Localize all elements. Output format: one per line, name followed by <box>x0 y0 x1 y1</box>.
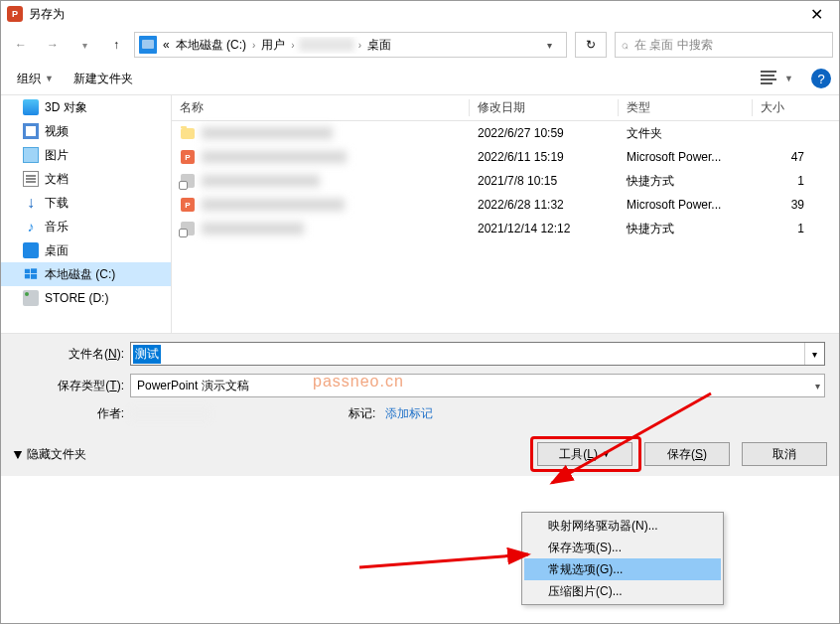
filetype-label: 保存类型(T): <box>15 378 130 394</box>
pptx-icon: P <box>180 149 196 165</box>
button-row: ⯆ 隐藏文件夹 工具(L) ▼ 保存(S) 取消 <box>1 436 839 476</box>
svg-line-5 <box>359 554 528 567</box>
author-value-redacted[interactable] <box>130 407 210 421</box>
file-row[interactable]: 2022/6/27 10:59文件夹 <box>172 121 839 145</box>
meta-row: 作者: 标记: 添加标记 <box>15 405 825 422</box>
tags-value[interactable]: 添加标记 <box>381 405 437 422</box>
file-date: 2021/12/14 12:12 <box>470 222 619 235</box>
svg-rect-1 <box>31 268 37 273</box>
save-panel: 文件名(N): 测试 ▾ 保存类型(T): PowerPoint 演示文稿 ▾ … <box>1 334 839 436</box>
nav-up[interactable]: ↑ <box>102 31 130 59</box>
mi-music-icon: ♪ <box>23 219 39 234</box>
sidebar-item-label: 文档 <box>45 171 69 188</box>
close-button[interactable]: ✕ <box>800 3 833 26</box>
mi-win-icon <box>23 266 39 282</box>
file-size: 1 <box>753 222 812 235</box>
file-name-redacted <box>202 151 347 163</box>
file-name-redacted <box>202 127 333 139</box>
file-row[interactable]: P2022/6/28 11:32Microsoft Power...39 <box>172 193 839 217</box>
breadcrumb[interactable]: « 本地磁盘 (C:) › 用户 › › 桌面 <box>157 37 537 54</box>
search-input[interactable]: ⌕ 在 桌面 中搜索 <box>615 32 833 58</box>
tags-label: 标记: <box>349 405 381 422</box>
sidebar-item[interactable]: STORE (D:) <box>1 286 171 310</box>
svg-rect-0 <box>25 269 30 273</box>
mi-drive-icon <box>23 290 39 306</box>
filename-label: 文件名(N): <box>15 346 130 363</box>
file-row[interactable]: 2021/12/14 12:12快捷方式1 <box>172 217 839 240</box>
filename-history-dropdown[interactable]: ▾ <box>804 343 824 365</box>
column-size[interactable]: 大小 <box>753 99 812 116</box>
shortcut-icon <box>180 173 196 189</box>
file-type: 文件夹 <box>619 125 753 142</box>
sidebar-item[interactable]: ♪音乐 <box>1 215 171 238</box>
help-button[interactable]: ? <box>811 69 831 88</box>
file-name-redacted <box>202 175 320 187</box>
title-bar: P 另存为 ✕ <box>1 1 839 27</box>
file-row[interactable]: P2022/6/11 15:19Microsoft Power...47 <box>172 145 839 169</box>
annotation-arrow <box>354 543 543 572</box>
nav-bar: ← → ▾ ↑ « 本地磁盘 (C:) › 用户 › › 桌面 ▾ ↻ ⌕ 在 … <box>1 27 839 63</box>
tools-dropdown-menu: 映射网络驱动器(N)...保存选项(S)...常规选项(G)...压缩图片(C)… <box>521 512 724 605</box>
tools-button[interactable]: 工具(L) ▼ <box>537 442 632 466</box>
address-dropdown[interactable]: ▾ <box>537 40 562 51</box>
chevron-right-icon: › <box>289 40 296 51</box>
chevron-down-icon: ▼ <box>784 74 793 83</box>
file-size: 47 <box>753 150 812 164</box>
menu-item[interactable]: 保存选项(S)... <box>524 537 721 558</box>
mi-pic-icon <box>23 147 39 163</box>
sidebar-item[interactable]: 本地磁盘 (C:) <box>1 262 171 286</box>
file-type: Microsoft Power... <box>619 198 753 212</box>
sidebar-item[interactable]: 图片 <box>1 143 171 167</box>
list-icon <box>761 71 780 86</box>
chevron-right-icon: › <box>356 40 363 51</box>
hide-folders-toggle[interactable]: ⯆ 隐藏文件夹 <box>13 446 525 463</box>
file-name-redacted <box>202 223 304 234</box>
column-name[interactable]: 名称 <box>172 99 470 116</box>
sidebar-item[interactable]: 桌面 <box>1 238 171 262</box>
sidebar-item[interactable]: ↓下载 <box>1 191 171 215</box>
chevron-right-icon: › <box>250 40 257 51</box>
filetype-combo[interactable]: PowerPoint 演示文稿 ▾ <box>130 374 825 397</box>
sidebar-item-label: 本地磁盘 (C:) <box>45 266 115 283</box>
filename-input[interactable]: 测试 ▾ <box>130 342 825 366</box>
address-bar[interactable]: « 本地磁盘 (C:) › 用户 › › 桌面 ▾ <box>134 32 567 58</box>
svg-rect-2 <box>25 274 30 278</box>
breadcrumb-prefix: « <box>161 38 172 52</box>
sidebar-item-label: 桌面 <box>45 242 69 259</box>
chevron-down-icon: ▾ <box>815 381 820 391</box>
breadcrumb-item[interactable]: 桌面 <box>365 37 393 54</box>
breadcrumb-item-redacted[interactable] <box>299 38 354 52</box>
nav-recent[interactable]: ▾ <box>70 31 98 59</box>
menu-item[interactable]: 映射网络驱动器(N)... <box>524 515 721 537</box>
toolbar: 组织 ▼ 新建文件夹 ▼ ? <box>1 63 839 94</box>
file-type: Microsoft Power... <box>619 150 753 164</box>
sidebar-item-label: 音乐 <box>45 219 69 235</box>
file-name-redacted <box>202 199 345 211</box>
new-folder-button[interactable]: 新建文件夹 <box>66 67 141 91</box>
breadcrumb-item[interactable]: 用户 <box>259 37 287 54</box>
menu-item[interactable]: 常规选项(G)... <box>524 558 721 580</box>
sidebar-item[interactable]: 视频 <box>1 119 171 143</box>
sidebar-item[interactable]: 文档 <box>1 167 171 191</box>
refresh-button[interactable]: ↻ <box>575 32 607 58</box>
file-type: 快捷方式 <box>619 173 753 190</box>
cancel-button[interactable]: 取消 <box>742 442 827 466</box>
menu-item[interactable]: 压缩图片(C)... <box>524 580 721 602</box>
organize-button[interactable]: 组织 ▼ <box>9 67 62 91</box>
mi-3d-icon <box>23 99 39 115</box>
search-placeholder: 在 桌面 中搜索 <box>634 37 713 54</box>
sidebar-item[interactable]: 3D 对象 <box>1 95 171 119</box>
mi-video-icon <box>23 123 39 139</box>
view-options-button[interactable]: ▼ <box>755 69 799 88</box>
file-size: 1 <box>753 174 812 188</box>
column-date[interactable]: 修改日期 <box>470 99 619 116</box>
folder-icon <box>180 125 196 141</box>
file-list-area: 名称 修改日期 类型 大小 2022/6/27 10:59文件夹P2022/6/… <box>172 95 839 333</box>
sidebar-item-label: STORE (D:) <box>45 291 108 305</box>
breadcrumb-item[interactable]: 本地磁盘 (C:) <box>174 37 248 54</box>
column-type[interactable]: 类型 <box>619 99 753 116</box>
save-button[interactable]: 保存(S) <box>644 442 730 466</box>
file-row[interactable]: 2021/7/8 10:15快捷方式1 <box>172 169 839 193</box>
file-date: 2022/6/28 11:32 <box>470 198 619 212</box>
chevron-down-icon: ▼ <box>602 449 611 459</box>
